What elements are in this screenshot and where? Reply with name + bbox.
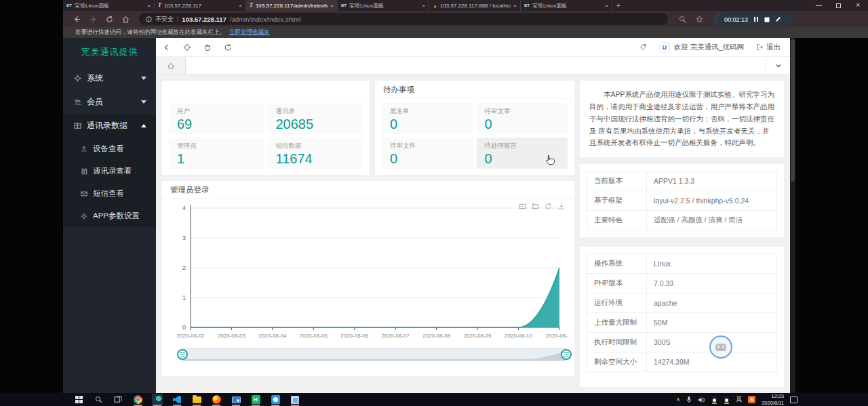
- datazoom-right-handle[interactable]: [561, 349, 572, 360]
- tab-close-icon[interactable]: [422, 3, 425, 9]
- refresh-icon[interactable]: [545, 203, 552, 210]
- taskbar-search-button[interactable]: [93, 394, 104, 405]
- disclaimer-card: 本APP系统产品使用用途仅限于测试实验、研究学习为目的，请勿用于商业途径及非法运…: [579, 80, 785, 158]
- sidebar-item-contacts-data[interactable]: 通讯录数据: [63, 114, 156, 138]
- refresh-icon[interactable]: [224, 43, 232, 52]
- home-icon[interactable]: [117, 16, 134, 23]
- tabs-more-button[interactable]: [766, 57, 790, 74]
- browser-icon: [153, 395, 162, 404]
- taskbar-app-firefox[interactable]: [211, 394, 222, 405]
- datazoom-icon[interactable]: [519, 203, 526, 210]
- sidebar-item-members[interactable]: 会员: [63, 90, 156, 114]
- tab-close-icon[interactable]: [513, 3, 517, 9]
- stat-users[interactable]: 用户 69: [169, 103, 264, 134]
- sidebar-item-app-params[interactable]: APP参数设置: [63, 205, 156, 227]
- taskbar-app-recorder[interactable]: [270, 394, 281, 405]
- sidebar-item-contacts-view[interactable]: 通讯录查看: [63, 160, 156, 182]
- manage-bookmarks-link[interactable]: 立即管理收藏夹: [229, 28, 270, 37]
- taskbar-app-vscode[interactable]: [172, 394, 182, 405]
- browser-tab-4[interactable]: BT 宝塔Linux面板: [338, 0, 429, 11]
- forward-icon[interactable]: [85, 16, 101, 23]
- tray-expand-icon[interactable]: ∧: [676, 397, 680, 403]
- taskbar-app-hbuilder[interactable]: H: [250, 394, 261, 405]
- tab-close-icon[interactable]: [147, 3, 151, 9]
- todo-pending-articles[interactable]: 待审文章 0: [477, 103, 568, 134]
- action-center-icon[interactable]: [790, 397, 797, 403]
- stat-sms[interactable]: 短信数据 11674: [268, 138, 363, 169]
- window-minimize-button[interactable]: [816, 3, 822, 9]
- window-maximize-button[interactable]: [835, 3, 842, 9]
- tab-close-icon[interactable]: [330, 3, 334, 9]
- user-welcome[interactable]: U 欢迎 完美通讯_优码网: [659, 42, 744, 53]
- browser-tab-2[interactable]: T 103.57.228.117: [155, 0, 246, 11]
- sogou-icon[interactable]: S: [748, 396, 755, 403]
- browser-tab-1[interactable]: BT 宝塔Linux面板: [63, 0, 155, 11]
- dashboard-right-column: 本APP系统产品使用用途仅限于测试实验、研究学习为目的，请勿用于商业途径及非法运…: [579, 80, 785, 388]
- taskbar-clock[interactable]: 12:23 2020/8/11: [762, 393, 784, 406]
- svg-text:2020-08-07: 2020-08-07: [382, 333, 410, 339]
- restore-icon[interactable]: [532, 203, 539, 210]
- back-icon[interactable]: [68, 16, 85, 23]
- todo-pending-messages[interactable]: 待处理留言 0: [477, 138, 568, 169]
- logout-icon: [756, 43, 764, 51]
- annotate-pen-icon[interactable]: [775, 16, 781, 22]
- taskbar-app-browser-active[interactable]: [152, 394, 163, 405]
- qq-icon[interactable]: [724, 396, 730, 403]
- taskbar-app-notes[interactable]: [290, 394, 300, 405]
- monitor-icon: [232, 397, 241, 403]
- ime-indicator[interactable]: 英: [736, 395, 742, 404]
- taskbar-app-explorer[interactable]: [191, 394, 202, 405]
- tag-icon[interactable]: [639, 43, 647, 51]
- taskbar-app-chrome[interactable]: [132, 394, 143, 405]
- version-table: 当前版本 APPV1 1.3.3 基于框架 layui-v2.2.5 / thi…: [587, 171, 777, 230]
- microphone-icon[interactable]: [686, 396, 692, 403]
- url-field[interactable]: 不安全 | 103.57.228.117/admin/index/index.s…: [139, 13, 668, 25]
- window-close-button[interactable]: [855, 3, 861, 9]
- tab-title: 103.57.228.117/admin/index/ind: [256, 3, 328, 9]
- qq-icon[interactable]: [711, 396, 717, 403]
- sidebar-item-label: 短信查看: [93, 188, 146, 199]
- todo-blacklist[interactable]: 黑名单 0: [382, 103, 473, 134]
- tab-close-icon[interactable]: [605, 3, 608, 9]
- table-row: 基于框架 layui-v2.2.5 / thinkphp-v5.0.24: [587, 191, 777, 211]
- speaker-icon[interactable]: [698, 397, 705, 403]
- pause-recording-icon[interactable]: [753, 16, 759, 22]
- sidebar: 完美通讯提供 系统 会员 通讯录数据: [63, 38, 156, 393]
- browser-tab-3-active[interactable]: T 103.57.228.117/admin/index/ind: [246, 0, 338, 11]
- stat-contacts[interactable]: 通讯录 20685: [268, 103, 363, 134]
- assistant-bot-button[interactable]: [709, 336, 732, 359]
- browser-tab-6[interactable]: BT 宝塔Linux面板: [521, 0, 612, 11]
- page-scrollbar[interactable]: [790, 38, 795, 393]
- clock-time: 12:23: [762, 393, 784, 399]
- sidebar-brand: 完美通讯提供: [63, 38, 156, 66]
- tab-close-icon[interactable]: [239, 3, 242, 9]
- reload-icon[interactable]: [101, 16, 117, 23]
- logout-button[interactable]: 退出: [756, 43, 781, 52]
- taskbar-app-remote-desktop[interactable]: [231, 394, 241, 405]
- sidebar-item-system[interactable]: 系统: [63, 66, 156, 90]
- clear-cache-icon[interactable]: [203, 43, 212, 52]
- scrollbar-thumb[interactable]: [791, 39, 795, 182]
- locate-icon[interactable]: [183, 43, 191, 52]
- task-view-button[interactable]: [113, 394, 123, 405]
- stat-admins[interactable]: 管理员 1: [169, 138, 264, 169]
- sidebar-item-device-view[interactable]: 设备查看: [63, 138, 156, 160]
- sidebar-item-sms-view[interactable]: 短信查看: [63, 182, 156, 205]
- start-button[interactable]: [73, 394, 84, 405]
- envelope-icon: [81, 190, 87, 197]
- favorite-star-icon[interactable]: [696, 16, 703, 23]
- back-icon[interactable]: [163, 43, 171, 52]
- window-controls: [816, 0, 861, 11]
- download-icon[interactable]: [557, 203, 565, 210]
- stop-recording-icon[interactable]: [764, 17, 770, 22]
- datazoom-left-handle[interactable]: [177, 349, 188, 360]
- row-label: 运行环境: [587, 293, 647, 313]
- table-row: 上传最大限制 50M: [587, 313, 777, 333]
- todo-pending-files[interactable]: 待审文件 0: [382, 138, 473, 169]
- browser-tab-5[interactable]: ▲ 103.57.228.117:888 / localhost /: [429, 0, 521, 11]
- zoom-search-icon[interactable]: [679, 16, 686, 23]
- tab-home[interactable]: [156, 57, 186, 74]
- row-label: 当前版本: [587, 171, 647, 191]
- new-tab-button[interactable]: +: [612, 0, 625, 11]
- datazoom-slider[interactable]: [182, 348, 566, 361]
